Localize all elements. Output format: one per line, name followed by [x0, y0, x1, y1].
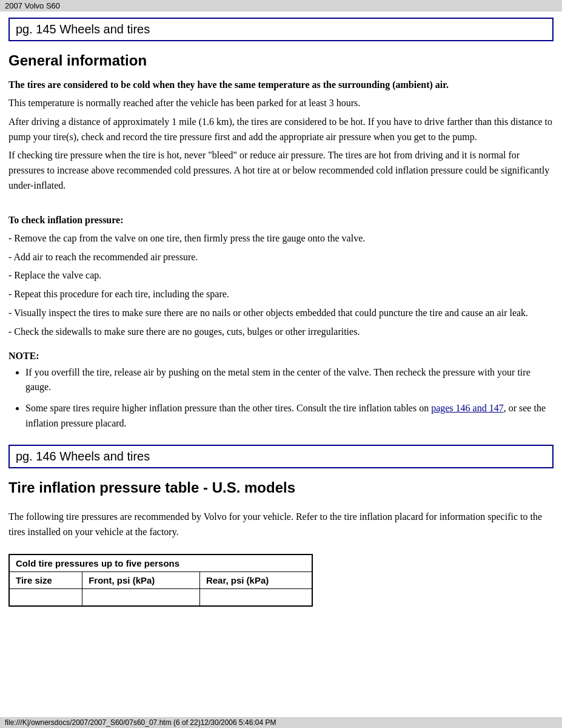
top-bar: 2007 Volvo S60: [0, 0, 562, 12]
bold-intro: The tires are considered to be cold when…: [8, 78, 554, 92]
note-item-2: Some spare tires require higher inflatio…: [25, 401, 554, 431]
note-item-2-text: Some spare tires require higher inflatio…: [25, 403, 546, 428]
table-top-header-row: Cold tire pressures up to five persons: [10, 555, 312, 572]
general-info-heading: General information: [8, 52, 554, 69]
note-item-1: If you overfill the tire, release air by…: [25, 365, 554, 396]
note-item-1-text: If you overfill the tire, release air by…: [25, 367, 530, 393]
table-top-header: Cold tire pressures up to five persons: [10, 555, 312, 572]
page-box-2: pg. 146 Wheels and tires: [8, 445, 554, 468]
page-box-2-text: pg. 146 Wheels and tires: [16, 450, 150, 463]
empty-cell-3: [199, 589, 312, 606]
tire-pressure-table: Cold tire pressures up to five persons T…: [9, 554, 312, 606]
footer-text: file:///K|/ownersdocs/2007/2007_S60/07s6…: [5, 718, 276, 727]
page-box-1-text: pg. 145 Wheels and tires: [16, 22, 150, 36]
check-heading: To check inflation pressure:: [8, 213, 554, 228]
page-box-1: pg. 145 Wheels and tires: [8, 18, 554, 41]
check-item-4: - Repeat this procedure for each tire, i…: [8, 287, 554, 302]
check-list: - Remove the cap from the valve on one t…: [8, 231, 554, 340]
table-body: [10, 589, 312, 606]
tire-pressure-table-container: Cold tire pressures up to five persons T…: [8, 554, 313, 607]
tire-section-heading: Tire inflation pressure table - U.S. mod…: [8, 479, 554, 496]
check-item-6: - Check the sidewalls to make sure there…: [8, 325, 554, 340]
top-bar-title: 2007 Volvo S60: [5, 1, 60, 10]
check-item-5: - Visually inspect the tires to make sur…: [8, 306, 554, 321]
para3: If checking tire pressure when the tire …: [8, 148, 554, 193]
note-list: If you overfill the tire, release air by…: [8, 365, 554, 431]
pages-link[interactable]: pages 146 and 147: [431, 403, 504, 413]
col-header-tire-size: Tire size: [10, 572, 82, 589]
check-item-3: - Replace the valve cap.: [8, 268, 554, 283]
check-item-2: - Add air to reach the recommended air p…: [8, 250, 554, 265]
note-label: NOTE:: [8, 351, 39, 361]
table-empty-row: [10, 589, 312, 606]
para1: This temperature is normally reached aft…: [8, 96, 554, 111]
check-item-1: - Remove the cap from the valve on one t…: [8, 231, 554, 246]
para2: After driving a distance of approximatel…: [8, 115, 554, 145]
col-header-rear: Rear, psi (kPa): [199, 572, 312, 589]
note-label-text: NOTE:: [8, 351, 554, 362]
table-column-header-row: Tire size Front, psi (kPa) Rear, psi (kP…: [10, 572, 312, 589]
main-content: pg. 145 Wheels and tires General informa…: [0, 12, 562, 627]
footer-bar: file:///K|/ownersdocs/2007/2007_S60/07s6…: [0, 717, 562, 728]
empty-cell-1: [10, 589, 82, 606]
tire-section-intro: The following tire pressures are recomme…: [8, 510, 554, 540]
empty-cell-2: [82, 589, 200, 606]
col-header-front: Front, psi (kPa): [82, 572, 200, 589]
